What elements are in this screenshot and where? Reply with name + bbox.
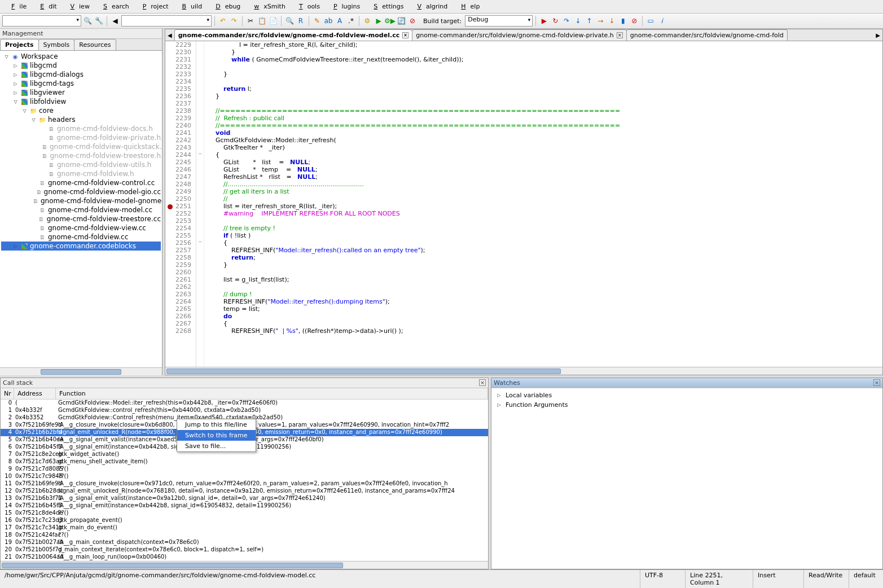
proj-tab-projects[interactable]: Projects [0,39,39,50]
break-icon[interactable]: ▮ [618,16,628,26]
step-out-icon[interactable]: ↑ [584,16,594,26]
find-icon[interactable]: 🔍 [284,16,295,26]
callstack-scroll[interactable] [1,561,488,569]
stack-row[interactable]: 80x7f521c7d63adgtk_menu_shell_activate_i… [1,458,488,466]
menu-search[interactable]: Search [94,1,134,12]
menu-debug[interactable]: Debug [207,1,245,12]
stack-row[interactable]: 0(GcmdGtkFoldview::Model::iter_refresh(t… [1,400,488,407]
tree-item[interactable]: ▽libfoldview [1,97,161,106]
find-combo[interactable] [121,15,212,27]
highlight-icon[interactable]: ✎ [312,16,322,26]
col-fn[interactable]: Function [56,388,488,399]
tree-item[interactable]: 🗎gnome-cmd-foldview-model.cc [1,205,161,214]
tree-item[interactable]: 🗎gnome-cmd-foldview-treestore.cc [1,214,161,223]
tree-item[interactable]: ▷libgcmd-tags [1,79,161,88]
mgmt-scroll[interactable] [0,367,162,375]
col-nr[interactable]: Nr [1,388,14,399]
info-icon[interactable]: i [657,16,667,26]
col-addr[interactable]: Address [14,388,56,399]
debug-continue-icon[interactable]: ↻ [550,16,560,26]
stop-icon[interactable]: ⊘ [629,16,639,26]
editor-scroll[interactable] [165,367,882,375]
tree-item[interactable]: 🗎gnome-cmd-foldview-view.cc [1,223,161,232]
stack-row[interactable]: 10x4b332fGcmdGtkFoldview::control_refres… [1,407,488,414]
ctx-item[interactable]: Switch to this frame [177,430,256,441]
tab-nav-left[interactable]: ◀ [165,32,174,38]
menu-plugins[interactable]: Plugins [324,1,364,12]
a-icon[interactable]: A [335,16,345,26]
menu-tools[interactable]: Tools [290,1,324,12]
tree-item[interactable]: 🗎gnome-cmd-foldview-quickstack.h [1,142,161,151]
select-icon[interactable]: ab [323,16,333,26]
tab-nav-right[interactable]: ▶ [873,32,882,38]
menu-valgrind[interactable]: Valgrind [408,1,452,12]
stack-row[interactable]: 180x7f521c424fac??() [1,532,488,539]
abort-icon[interactable]: ⊘ [407,16,418,26]
tree-item[interactable]: 🗎gnome-cmd-foldview-model-gio.cc [1,187,161,196]
menu-project[interactable]: Project [134,1,173,12]
tree-item[interactable]: ▷libgviewer [1,88,161,97]
tree-item[interactable]: ▽◉Workspace [1,52,161,61]
tree-item[interactable]: ▷libgcmd [1,61,161,70]
tree-item[interactable]: 🗎gnome-cmd-foldview-treestore.h [1,151,161,160]
symbol-combo[interactable] [2,15,81,27]
ctx-item[interactable]: Save to file... [177,441,256,451]
stack-row[interactable]: 130x7f521b6b3f71IA__g_signal_emit_valist… [1,495,488,502]
menu-edit[interactable]: Edit [31,1,61,12]
stack-row[interactable]: 140x7f521b6b45f3IA__g_signal_emit(instan… [1,502,488,510]
watch-item[interactable]: ▷Local variables [496,390,878,400]
replace-icon[interactable]: R [296,16,306,26]
build-target-combo[interactable]: Debug [465,15,533,27]
watch-item[interactable]: ▷Function Arguments [496,400,878,410]
ctx-item[interactable]: Jump to this file/line [177,419,256,430]
code-area[interactable]: 2229223022312232223322342235223622372238… [165,41,882,367]
proj-tab-resources[interactable]: Resources [74,39,116,50]
editor-tab[interactable]: gnome-commander/src/foldview/gnome-cmd-f… [626,29,788,41]
redo-icon[interactable]: ↷ [229,16,239,26]
tree-item[interactable]: ▽📁headers [1,115,161,124]
stack-row[interactable]: 210x7f521b0064adIA__g_main_loop_run(loop… [1,554,488,561]
stack-row[interactable]: 190x7f521b0027abIA__g_main_context_dispa… [1,539,488,546]
tree-item[interactable]: 🗎gnome-cmd-foldview.cc [1,232,161,242]
tree-item[interactable]: 🗎gnome-cmd-foldview-control.cc [1,178,161,187]
stack-row[interactable]: 200x7f521b005f7dg_main_context_iterate(c… [1,546,488,554]
close-icon[interactable]: × [873,379,880,386]
tree-item[interactable]: ▽📁core [1,106,161,115]
stack-row[interactable]: 170x7f521c7c341bgtk_main_do_event() [1,524,488,532]
stack-row[interactable]: 160x7f521c7c23d3gtk_propagate_event() [1,517,488,524]
stack-row[interactable]: 150x7f521c8de4de??() [1,510,488,517]
stack-row[interactable]: 100x7f521c7c9848??() [1,473,488,480]
build-run-icon[interactable]: ⚙▶ [385,16,395,26]
menu-settings[interactable]: Settings [364,1,408,12]
stack-row[interactable]: 120x7f521b6b28dcsignal_emit_unlocked_R(n… [1,488,488,495]
tree-item[interactable]: 🗎gnome-cmd-foldview-utils.h [1,160,161,169]
menu-help[interactable]: Help [452,1,484,12]
undo-icon[interactable]: ↶ [218,16,228,26]
jump-next-icon[interactable]: 🔧 [94,16,104,26]
regex-icon[interactable]: .* [346,16,356,26]
stack-row[interactable]: 90x7f521c7d8085??() [1,466,488,473]
breakpoint-icon[interactable] [168,204,173,209]
tree-item[interactable]: ▷gnome-commander.codeblocks [1,242,161,251]
editor-tab[interactable]: gnome-commander/src/foldview/gnome-cmd-f… [412,29,627,41]
cut-icon[interactable]: ✂ [245,16,256,26]
build-icon[interactable]: ⚙ [362,16,372,26]
proj-tab-symbols[interactable]: Symbols [38,39,75,50]
close-tab-icon[interactable]: × [617,32,623,38]
step-over-icon[interactable]: ↷ [561,16,572,26]
tree-item[interactable]: 🗎gnome-cmd-foldview-model-gnome-vfs.cc [1,196,161,205]
tree-item[interactable]: 🗎gnome-cmd-foldview-private.h [1,133,161,142]
tree-item[interactable]: ▷libgcmd-dialogs [1,70,161,79]
tree-item[interactable]: 🗎gnome-cmd-foldview-docs.h [1,124,161,133]
run-icon[interactable]: ▶ [374,16,384,26]
prev-icon[interactable]: ◀ [110,16,120,26]
window-icon[interactable]: ▭ [645,16,656,26]
close-icon[interactable]: × [479,379,486,386]
menu-build[interactable]: Build [173,1,207,12]
menu-file[interactable]: File [2,1,31,12]
watches-body[interactable]: ▷Local variables▷Function Arguments [491,388,882,412]
step-into-icon[interactable]: ↓ [573,16,583,26]
menu-wxsmith[interactable]: wxSmith [245,1,290,12]
copy-icon[interactable]: 📋 [257,16,267,26]
debug-start-icon[interactable]: ▶ [539,16,549,26]
